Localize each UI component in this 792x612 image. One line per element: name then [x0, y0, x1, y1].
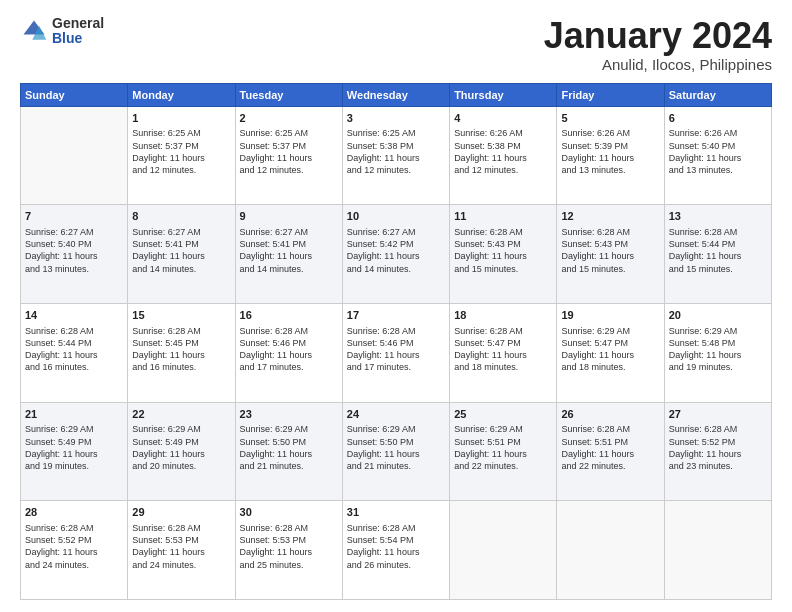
day-number: 5 — [561, 111, 659, 126]
day-number: 19 — [561, 308, 659, 323]
day-number: 14 — [25, 308, 123, 323]
day-number: 11 — [454, 209, 552, 224]
day-info: Sunrise: 6:28 AMSunset: 5:44 PMDaylight:… — [669, 226, 767, 275]
day-number: 12 — [561, 209, 659, 224]
calendar-cell: 26Sunrise: 6:28 AMSunset: 5:51 PMDayligh… — [557, 402, 664, 501]
day-info: Sunrise: 6:29 AMSunset: 5:51 PMDaylight:… — [454, 423, 552, 472]
calendar-cell: 10Sunrise: 6:27 AMSunset: 5:42 PMDayligh… — [342, 205, 449, 304]
day-number: 10 — [347, 209, 445, 224]
day-number: 28 — [25, 505, 123, 520]
day-number: 23 — [240, 407, 338, 422]
calendar-cell: 14Sunrise: 6:28 AMSunset: 5:44 PMDayligh… — [21, 303, 128, 402]
day-number: 6 — [669, 111, 767, 126]
calendar-cell — [557, 501, 664, 600]
day-info: Sunrise: 6:28 AMSunset: 5:54 PMDaylight:… — [347, 522, 445, 571]
header-saturday: Saturday — [664, 83, 771, 106]
day-number: 8 — [132, 209, 230, 224]
day-number: 22 — [132, 407, 230, 422]
logo-icon — [20, 17, 48, 45]
calendar-cell: 8Sunrise: 6:27 AMSunset: 5:41 PMDaylight… — [128, 205, 235, 304]
day-number: 24 — [347, 407, 445, 422]
day-number: 15 — [132, 308, 230, 323]
day-info: Sunrise: 6:29 AMSunset: 5:48 PMDaylight:… — [669, 325, 767, 374]
day-info: Sunrise: 6:28 AMSunset: 5:44 PMDaylight:… — [25, 325, 123, 374]
day-number: 29 — [132, 505, 230, 520]
day-info: Sunrise: 6:27 AMSunset: 5:40 PMDaylight:… — [25, 226, 123, 275]
day-number: 20 — [669, 308, 767, 323]
calendar-cell: 31Sunrise: 6:28 AMSunset: 5:54 PMDayligh… — [342, 501, 449, 600]
calendar-cell: 5Sunrise: 6:26 AMSunset: 5:39 PMDaylight… — [557, 106, 664, 205]
day-info: Sunrise: 6:28 AMSunset: 5:51 PMDaylight:… — [561, 423, 659, 472]
day-info: Sunrise: 6:27 AMSunset: 5:41 PMDaylight:… — [240, 226, 338, 275]
header-wednesday: Wednesday — [342, 83, 449, 106]
day-number: 30 — [240, 505, 338, 520]
calendar-header-row: SundayMondayTuesdayWednesdayThursdayFrid… — [21, 83, 772, 106]
calendar-cell: 30Sunrise: 6:28 AMSunset: 5:53 PMDayligh… — [235, 501, 342, 600]
day-info: Sunrise: 6:26 AMSunset: 5:39 PMDaylight:… — [561, 127, 659, 176]
day-number: 25 — [454, 407, 552, 422]
day-info: Sunrise: 6:28 AMSunset: 5:43 PMDaylight:… — [561, 226, 659, 275]
day-number: 18 — [454, 308, 552, 323]
calendar-week-3: 21Sunrise: 6:29 AMSunset: 5:49 PMDayligh… — [21, 402, 772, 501]
calendar-cell: 24Sunrise: 6:29 AMSunset: 5:50 PMDayligh… — [342, 402, 449, 501]
day-info: Sunrise: 6:28 AMSunset: 5:46 PMDaylight:… — [347, 325, 445, 374]
day-info: Sunrise: 6:28 AMSunset: 5:53 PMDaylight:… — [132, 522, 230, 571]
header-sunday: Sunday — [21, 83, 128, 106]
header-monday: Monday — [128, 83, 235, 106]
header-tuesday: Tuesday — [235, 83, 342, 106]
calendar-cell: 12Sunrise: 6:28 AMSunset: 5:43 PMDayligh… — [557, 205, 664, 304]
header-friday: Friday — [557, 83, 664, 106]
calendar-cell — [664, 501, 771, 600]
calendar-cell: 23Sunrise: 6:29 AMSunset: 5:50 PMDayligh… — [235, 402, 342, 501]
day-number: 3 — [347, 111, 445, 126]
calendar-cell — [21, 106, 128, 205]
calendar-cell: 6Sunrise: 6:26 AMSunset: 5:40 PMDaylight… — [664, 106, 771, 205]
calendar-week-1: 7Sunrise: 6:27 AMSunset: 5:40 PMDaylight… — [21, 205, 772, 304]
day-info: Sunrise: 6:29 AMSunset: 5:49 PMDaylight:… — [132, 423, 230, 472]
page: General Blue January 2024 Anulid, Ilocos… — [0, 0, 792, 612]
day-info: Sunrise: 6:28 AMSunset: 5:45 PMDaylight:… — [132, 325, 230, 374]
calendar-cell: 15Sunrise: 6:28 AMSunset: 5:45 PMDayligh… — [128, 303, 235, 402]
day-number: 7 — [25, 209, 123, 224]
calendar-cell: 29Sunrise: 6:28 AMSunset: 5:53 PMDayligh… — [128, 501, 235, 600]
calendar-cell: 4Sunrise: 6:26 AMSunset: 5:38 PMDaylight… — [450, 106, 557, 205]
calendar-cell: 16Sunrise: 6:28 AMSunset: 5:46 PMDayligh… — [235, 303, 342, 402]
calendar-cell: 25Sunrise: 6:29 AMSunset: 5:51 PMDayligh… — [450, 402, 557, 501]
calendar-cell: 21Sunrise: 6:29 AMSunset: 5:49 PMDayligh… — [21, 402, 128, 501]
day-number: 9 — [240, 209, 338, 224]
logo-text: General Blue — [52, 16, 104, 47]
calendar-cell: 22Sunrise: 6:29 AMSunset: 5:49 PMDayligh… — [128, 402, 235, 501]
calendar-week-0: 1Sunrise: 6:25 AMSunset: 5:37 PMDaylight… — [21, 106, 772, 205]
calendar-cell: 20Sunrise: 6:29 AMSunset: 5:48 PMDayligh… — [664, 303, 771, 402]
day-info: Sunrise: 6:29 AMSunset: 5:50 PMDaylight:… — [240, 423, 338, 472]
calendar-cell: 13Sunrise: 6:28 AMSunset: 5:44 PMDayligh… — [664, 205, 771, 304]
day-info: Sunrise: 6:27 AMSunset: 5:41 PMDaylight:… — [132, 226, 230, 275]
day-info: Sunrise: 6:29 AMSunset: 5:49 PMDaylight:… — [25, 423, 123, 472]
calendar-week-4: 28Sunrise: 6:28 AMSunset: 5:52 PMDayligh… — [21, 501, 772, 600]
calendar-cell: 1Sunrise: 6:25 AMSunset: 5:37 PMDaylight… — [128, 106, 235, 205]
day-number: 2 — [240, 111, 338, 126]
day-info: Sunrise: 6:29 AMSunset: 5:47 PMDaylight:… — [561, 325, 659, 374]
day-info: Sunrise: 6:27 AMSunset: 5:42 PMDaylight:… — [347, 226, 445, 275]
calendar-cell: 27Sunrise: 6:28 AMSunset: 5:52 PMDayligh… — [664, 402, 771, 501]
logo-blue-text: Blue — [52, 31, 104, 46]
day-number: 16 — [240, 308, 338, 323]
day-info: Sunrise: 6:26 AMSunset: 5:38 PMDaylight:… — [454, 127, 552, 176]
calendar-cell: 17Sunrise: 6:28 AMSunset: 5:46 PMDayligh… — [342, 303, 449, 402]
day-number: 21 — [25, 407, 123, 422]
calendar-cell: 7Sunrise: 6:27 AMSunset: 5:40 PMDaylight… — [21, 205, 128, 304]
calendar-cell: 9Sunrise: 6:27 AMSunset: 5:41 PMDaylight… — [235, 205, 342, 304]
day-info: Sunrise: 6:28 AMSunset: 5:52 PMDaylight:… — [669, 423, 767, 472]
logo: General Blue — [20, 16, 104, 47]
calendar-cell: 3Sunrise: 6:25 AMSunset: 5:38 PMDaylight… — [342, 106, 449, 205]
day-info: Sunrise: 6:28 AMSunset: 5:47 PMDaylight:… — [454, 325, 552, 374]
day-info: Sunrise: 6:26 AMSunset: 5:40 PMDaylight:… — [669, 127, 767, 176]
day-info: Sunrise: 6:29 AMSunset: 5:50 PMDaylight:… — [347, 423, 445, 472]
calendar-week-2: 14Sunrise: 6:28 AMSunset: 5:44 PMDayligh… — [21, 303, 772, 402]
day-number: 31 — [347, 505, 445, 520]
day-info: Sunrise: 6:25 AMSunset: 5:37 PMDaylight:… — [132, 127, 230, 176]
calendar-cell: 19Sunrise: 6:29 AMSunset: 5:47 PMDayligh… — [557, 303, 664, 402]
calendar-title: January 2024 — [544, 16, 772, 56]
day-number: 4 — [454, 111, 552, 126]
title-block: January 2024 Anulid, Ilocos, Philippines — [544, 16, 772, 73]
